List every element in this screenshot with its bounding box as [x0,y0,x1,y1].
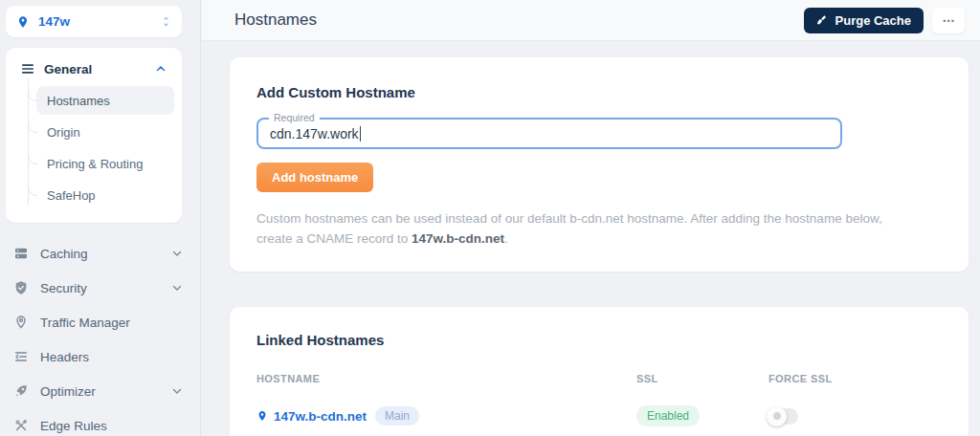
description-line1: Custom hostnames can be used instead of … [256,208,942,229]
toggle-knob [767,406,787,426]
sidebar-item-caching[interactable]: Caching [0,236,200,271]
shield-icon [13,280,30,295]
menu-item-label: Edge Rules [40,419,184,433]
hostname-description: Custom hostnames can be used instead of … [256,208,942,249]
zone-selector-value: 147w [38,14,70,29]
chevron-down-icon[interactable] [170,247,184,260]
sidebar-item-optimizer[interactable]: Optimizer [0,374,200,408]
purge-cache-button[interactable]: Purge Cache [804,8,924,33]
unfold-more-icon [160,15,172,28]
broom-icon [816,14,829,27]
table-row: 147w.b-cdn.net Main Enabled [256,405,942,426]
sidebar-item-origin[interactable]: Origin [36,118,174,146]
sidebar-item-safehop[interactable]: SafeHop [36,181,174,209]
tools-icon [13,418,30,433]
menu-item-label: Caching [40,247,170,261]
description-text: create a CNAME record to [256,231,412,246]
ssl-status-badge: Enabled [636,405,700,426]
input-value: cdn.147w.work [270,126,359,142]
main-area: Hostnames Purge Cache ⋯ Add Custom Hostn… [202,0,980,436]
menu-item-label: Headers [40,350,184,364]
page-title: Hostnames [234,11,317,30]
description-line2: create a CNAME record to 147w.b-cdn.net. [256,229,942,249]
more-options-button[interactable]: ⋯ [932,8,965,33]
chevron-down-icon[interactable] [170,281,184,294]
menu-item-label: Security [40,281,170,295]
sidebar-menu: Caching Security Traffic Manager H [0,236,200,436]
ssl-cell: Enabled [636,405,768,426]
sub-item-label: Hostnames [47,94,110,108]
input-label: Required [269,112,320,123]
text-caret [360,126,361,142]
sidebar-item-label: General [44,62,154,76]
indent-list-icon [13,349,30,364]
sidebar-item-hostnames[interactable]: Hostnames [36,86,174,115]
sub-item-label: Pricing & Routing [47,157,143,171]
location-pin-icon [13,315,30,330]
column-header-force-ssl: FORCE SSL [768,373,942,384]
force-ssl-cell [768,408,942,425]
sub-item-label: Origin [47,125,80,140]
chevron-up-icon[interactable] [154,62,167,76]
content: Add Custom Hostname Required cdn.147w.wo… [202,41,980,436]
sidebar-item-security[interactable]: Security [0,271,200,305]
table-header-row: HOSTNAME SSL FORCE SSL [256,373,942,384]
chevron-down-icon[interactable] [170,384,184,398]
menu-item-label: Optimizer [40,384,170,399]
sidebar-item-traffic-manager[interactable]: Traffic Manager [0,305,200,339]
sidebar-item-edge-rules[interactable]: Edge Rules [0,408,200,436]
hostname-link[interactable]: 147w.b-cdn.net [274,409,367,424]
menu-item-label: Traffic Manager [40,316,184,330]
server-icon [13,246,30,261]
add-hostname-button[interactable]: Add hostname [256,163,373,192]
linked-hostnames-card: Linked Hostnames HOSTNAME SSL FORCE SSL … [230,307,969,436]
sidebar: 147w General Hostnames Origin Pricing & … [0,0,201,436]
purge-cache-label: Purge Cache [835,13,911,28]
rocket-icon [13,383,30,399]
sidebar-section-general: General Hostnames Origin Pricing & Routi… [6,48,182,223]
card-title: Linked Hostnames [256,332,942,348]
column-header-ssl: SSL [636,373,768,384]
location-pin-icon [16,15,30,29]
hostname-cell: 147w.b-cdn.net Main [256,406,636,425]
hostname-input[interactable]: Required cdn.147w.work [256,118,842,149]
main-badge: Main [375,406,419,425]
menu-lines-icon [20,61,35,76]
card-title: Add Custom Hostname [256,84,942,100]
zone-selector[interactable]: 147w [6,6,182,37]
sidebar-item-pricing-routing[interactable]: Pricing & Routing [36,149,174,178]
force-ssl-toggle[interactable] [768,408,798,425]
sidebar-item-headers[interactable]: Headers [0,339,200,374]
column-header-hostname: HOSTNAME [256,373,636,384]
general-sub-items: Hostnames Origin Pricing & Routing SafeH… [28,86,174,209]
description-text: . [504,231,508,246]
sub-item-label: SafeHop [47,188,96,203]
page-header: Hostnames Purge Cache ⋯ [202,0,980,41]
sidebar-item-general[interactable]: General [13,54,174,83]
add-custom-hostname-card: Add Custom Hostname Required cdn.147w.wo… [230,57,969,272]
cname-target: 147w.b-cdn.net [412,231,504,246]
location-pin-icon [256,410,268,422]
